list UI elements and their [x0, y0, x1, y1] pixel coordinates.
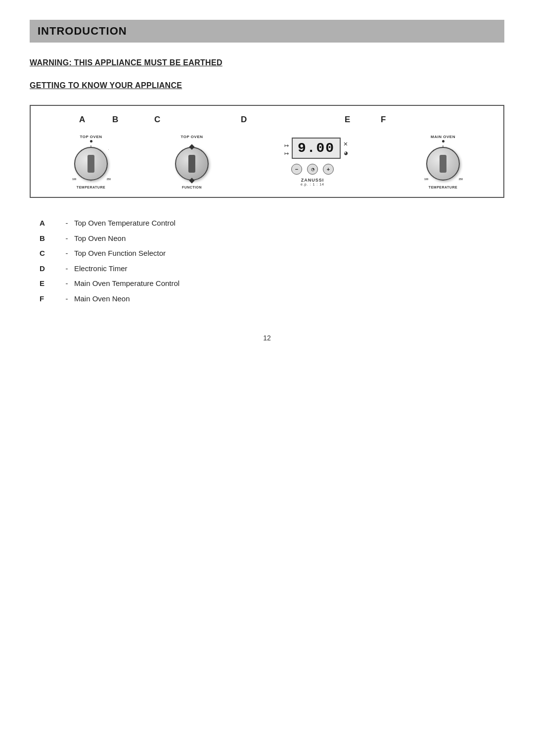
- timer-plus-button[interactable]: +: [323, 164, 334, 175]
- part-item-E: E - Main Oven Temperature Control: [40, 278, 504, 289]
- part-desc-E: Main Oven Temperature Control: [74, 278, 179, 289]
- timer-x-symbol: ✕: [344, 140, 349, 148]
- part-letter-D: D: [40, 263, 59, 275]
- letter-labels-row: A B C D E F: [36, 115, 498, 129]
- temp-bottom-label-a: TEMPERATURE: [77, 186, 105, 189]
- label-A: A: [79, 115, 85, 125]
- function-bottom-label: FUNCTION: [182, 186, 202, 189]
- timer-display: 9.00 ✕ ◕: [292, 138, 341, 159]
- main-oven-temp-dial-wrapper: 0 250 100: [423, 144, 463, 184]
- part-dash-E: -: [59, 278, 74, 289]
- part-item-A: A - Top Oven Temperature Control: [40, 218, 504, 229]
- top-oven-neon-indicator: [90, 140, 92, 142]
- warning-heading: WARNING: THIS APPLIANCE MUST BE EARTHED: [30, 58, 504, 67]
- section-title: INTRODUCTION: [38, 25, 496, 38]
- main-oven-label: MAIN OVEN: [431, 135, 455, 139]
- part-item-C: C - Top Oven Function Selector: [40, 248, 504, 259]
- timer-minus-button[interactable]: −: [291, 164, 302, 175]
- part-desc-B: Top Oven Neon: [74, 233, 126, 244]
- label-B: B: [112, 115, 118, 125]
- getting-started-heading: GETTING TO KNOW YOUR APPLIANCE: [30, 81, 504, 90]
- brand-label: ZANUSSI e.p. : 1 : 14: [301, 178, 324, 186]
- top-oven-temp-dial[interactable]: [74, 147, 108, 181]
- part-letter-C: C: [40, 248, 59, 259]
- main-oven-neon-indicator: [442, 140, 445, 142]
- timer-controls: − ◔ +: [291, 164, 334, 175]
- top-oven-label: TOP OVEN: [80, 135, 102, 139]
- timer-display-wrapper: 9.00 ✕ ◕: [292, 138, 341, 162]
- oven-panel: TOP OVEN 0 · 250 · 100 TEMPERATURE TOP O…: [36, 131, 498, 191]
- part-dash-B: -: [59, 233, 74, 244]
- top-oven-temp-group: TOP OVEN 0 · 250 · 100 TEMPERATURE: [71, 135, 111, 189]
- label-F: F: [381, 115, 386, 125]
- part-item-D: D - Electronic Timer: [40, 263, 504, 275]
- part-item-B: B - Top Oven Neon: [40, 233, 504, 244]
- part-dash-A: -: [59, 218, 74, 229]
- temp-bottom-label-e: TEMPERATURE: [429, 186, 457, 189]
- function-selector-group: TOP OVEN 0 FUNCTION: [172, 135, 212, 189]
- label-E: E: [345, 115, 350, 125]
- function-selector-dial[interactable]: [175, 147, 209, 181]
- part-letter-B: B: [40, 233, 59, 244]
- parts-list: A - Top Oven Temperature Control B - Top…: [40, 218, 504, 304]
- top-oven-function-label: TOP OVEN: [180, 135, 203, 139]
- part-dash-F: -: [59, 293, 74, 305]
- function-selector-wrapper: 0: [172, 144, 212, 184]
- page-number: 12: [30, 334, 504, 342]
- part-desc-C: Top Oven Function Selector: [74, 248, 166, 259]
- part-dash-C: -: [59, 248, 74, 259]
- section-header: INTRODUCTION: [30, 20, 504, 43]
- main-oven-temp-group: MAIN OVEN 0 250 100 TEMPERATURE: [423, 135, 463, 189]
- label-D: D: [241, 115, 247, 125]
- part-dash-D: -: [59, 263, 74, 275]
- top-oven-temp-dial-wrapper: 0 · 250 · 100: [71, 144, 111, 184]
- part-desc-D: Electronic Timer: [74, 263, 128, 275]
- part-desc-A: Top Oven Temperature Control: [74, 218, 176, 229]
- electronic-timer-group: ↦ ↦ 9.00 ✕ ◕ − ◔ + ZANUSSI e.p. : 1: [278, 138, 347, 186]
- part-letter-E: E: [40, 278, 59, 289]
- main-oven-temp-dial[interactable]: [426, 147, 460, 181]
- label-C: C: [154, 115, 160, 125]
- part-item-F: F - Main Oven Neon: [40, 293, 504, 305]
- timer-circle-symbol: ◕: [344, 149, 349, 157]
- appliance-diagram: A B C D E F TOP OVEN 0 · 250 · 100 TEMPE…: [30, 105, 504, 198]
- part-letter-F: F: [40, 293, 59, 305]
- timer-arrow-indicators: ↦ ↦: [284, 142, 289, 157]
- part-letter-A: A: [40, 218, 59, 229]
- part-desc-F: Main Oven Neon: [74, 293, 130, 305]
- timer-center-button[interactable]: ◔: [307, 164, 318, 175]
